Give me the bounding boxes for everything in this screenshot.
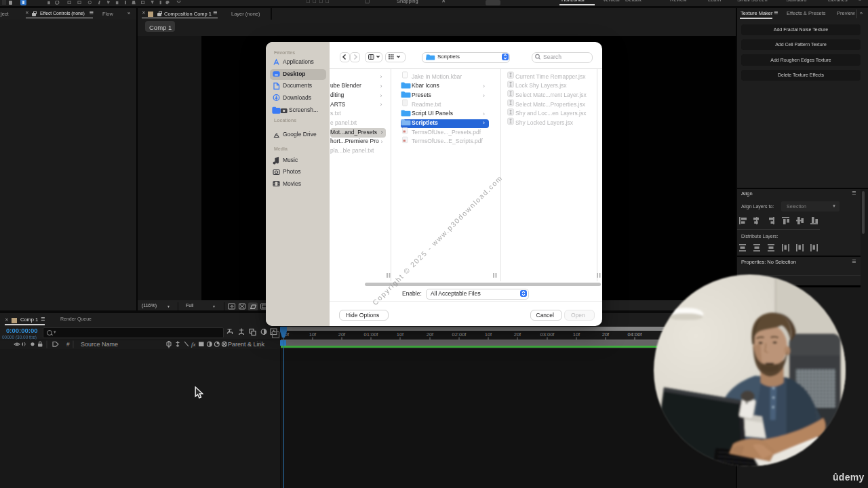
svg-text:03:00f: 03:00f [540,331,555,338]
svg-text:20f: 20f [602,331,610,338]
svg-text:20f: 20f [338,331,346,338]
svg-text:20f: 20f [514,331,521,338]
svg-text:#: # [66,341,70,348]
svg-text:10f: 10f [397,331,404,338]
svg-text:04:00f: 04:00f [628,331,643,338]
svg-text:Parent & Link: Parent & Link [228,341,265,348]
svg-text:20f: 20f [427,331,434,338]
svg-text:10f: 10f [573,331,580,338]
svg-text:fx: fx [191,341,196,348]
svg-text:01:00f: 01:00f [364,331,379,338]
svg-text:02:00f: 02:00f [452,331,467,338]
svg-text:10f: 10f [485,331,492,338]
svg-text:Source Name: Source Name [81,341,118,348]
svg-text:10f: 10f [309,331,317,338]
